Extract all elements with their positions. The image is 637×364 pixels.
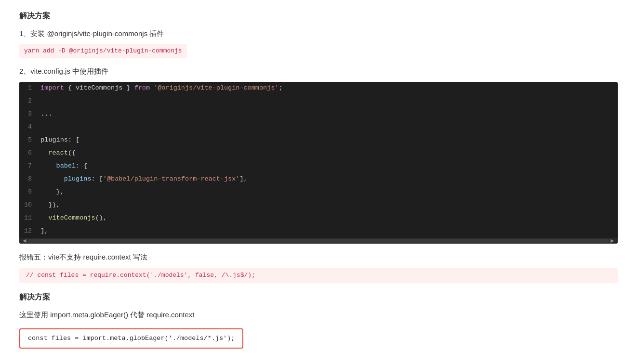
code-line-7: 7 babel: { (19, 160, 618, 173)
glob-eager-code-box: const files = import.meta.globEager('./m… (19, 328, 243, 349)
section-title-1: 解决方案 (19, 10, 618, 22)
code-line-12: 12 ], (19, 225, 618, 238)
line-code-4 (39, 121, 618, 134)
line-code-10: }), (39, 199, 618, 212)
line-num-2: 2 (19, 95, 39, 108)
line-code-3: ... (39, 108, 618, 121)
line-num-10: 10 (19, 199, 39, 212)
line-num-11: 11 (19, 212, 39, 225)
glob-eager-code: const files = import.meta.globEager('./m… (28, 335, 235, 342)
section-title-2: 解决方案 (19, 291, 618, 303)
line-num-8: 8 (19, 173, 39, 186)
line-code-1: import { viteCommonjs } from '@originjs/… (39, 82, 618, 95)
line-code-7: babel: { (39, 160, 618, 173)
code-line-10: 10 }), (19, 199, 618, 212)
code-line-6: 6 react({ (19, 147, 618, 160)
line-code-8: plugins: ['@babel/plugin-transform-react… (39, 173, 618, 186)
code-line-5: 5 plugins: [ (19, 134, 618, 147)
code-content: 1 import { viteCommonjs } from '@originj… (19, 82, 618, 237)
line-num-4: 4 (19, 121, 39, 134)
error5-code: // const files = require.context('./mode… (19, 268, 618, 284)
line-code-12: ], (39, 225, 618, 238)
solution-desc: 这里使用 import.meta.globEager() 代替 require.… (19, 309, 618, 321)
scrollbar-track[interactable] (28, 239, 609, 243)
line-num-12: 12 (19, 225, 39, 238)
line-num-3: 3 (19, 108, 39, 121)
code-line-8: 8 plugins: ['@babel/plugin-transform-rea… (19, 173, 618, 186)
line-code-11: viteCommonjs(), (39, 212, 618, 225)
code-table: 1 import { viteCommonjs } from '@originj… (19, 82, 618, 237)
line-num-7: 7 (19, 160, 39, 173)
section-solution-1: 解决方案 1、安装 @originjs/vite-plugin-commonjs… (19, 10, 618, 77)
page-content: 解决方案 1、安装 @originjs/vite-plugin-commonjs… (19, 10, 618, 349)
line-code-2 (39, 95, 618, 108)
code-line-1: 1 import { viteCommonjs } from '@originj… (19, 82, 618, 95)
vite-config-code-block: 1 import { viteCommonjs } from '@originj… (19, 82, 618, 243)
code-line-3: 3 ... (19, 108, 618, 121)
error5-title: 报错五：vite不支持 require.context 写法 (19, 251, 618, 263)
line-code-5: plugins: [ (39, 134, 618, 147)
code-line-4: 4 (19, 121, 618, 134)
section-solution-2: 解决方案 这里使用 import.meta.globEager() 代替 req… (19, 291, 618, 348)
line-num-5: 5 (19, 134, 39, 147)
scroll-left-btn[interactable]: ◀ (21, 237, 28, 244)
line-code-9: }, (39, 186, 618, 199)
horizontal-scrollbar[interactable]: ◀ ▶ (19, 238, 618, 244)
code-line-11: 11 viteCommonjs(), (19, 212, 618, 225)
yarn-command: yarn add -D @originjs/vite-plugin-common… (19, 44, 187, 58)
line-code-6: react({ (39, 147, 618, 160)
line-num-9: 9 (19, 186, 39, 199)
code-line-2: 2 (19, 95, 618, 108)
scroll-right-btn[interactable]: ▶ (609, 237, 616, 244)
code-line-9: 9 }, (19, 186, 618, 199)
line-num-1: 1 (19, 82, 39, 95)
error5-section: 报错五：vite不支持 require.context 写法 // const … (19, 251, 618, 284)
step2-label: 2、vite.config.js 中使用插件 (19, 65, 618, 77)
line-num-6: 6 (19, 147, 39, 160)
step1-label: 1、安装 @originjs/vite-plugin-commonjs 插件 (19, 28, 618, 39)
